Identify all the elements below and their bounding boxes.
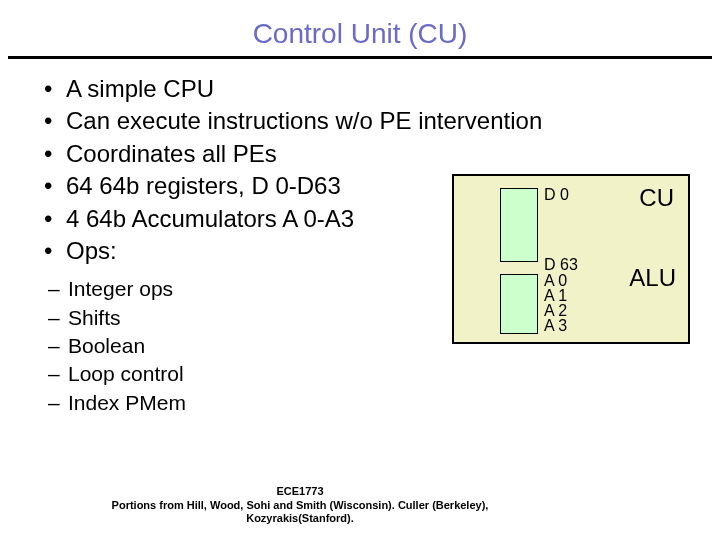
slide-footer: ECE1773 Portions from Hill, Wood, Sohi a… [60,485,540,526]
alu-label: ALU [629,264,676,292]
a3-label: A 3 [544,317,567,335]
footer-line-1: ECE1773 [60,485,540,499]
sub-bullet-item: Index PMem [48,389,720,417]
sub-bullet-item: Loop control [48,360,720,388]
d0-label: D 0 [544,186,569,204]
footer-line-2: Portions from Hill, Wood, Sohi and Smith… [60,499,540,527]
slide-title: Control Unit (CU) [0,0,720,56]
slide-content: A simple CPU Can execute instructions w/… [0,59,720,417]
cu-diagram: D 0 D 63 A 0 A 1 A 2 A 3 CU ALU [452,174,690,344]
bullet-item: Can execute instructions w/o PE interven… [44,105,720,137]
a-register-box [500,274,538,334]
bullet-item: A simple CPU [44,73,720,105]
cu-label: CU [639,184,674,212]
bullet-item: Coordinates all PEs [44,138,720,170]
d-register-box [500,188,538,262]
